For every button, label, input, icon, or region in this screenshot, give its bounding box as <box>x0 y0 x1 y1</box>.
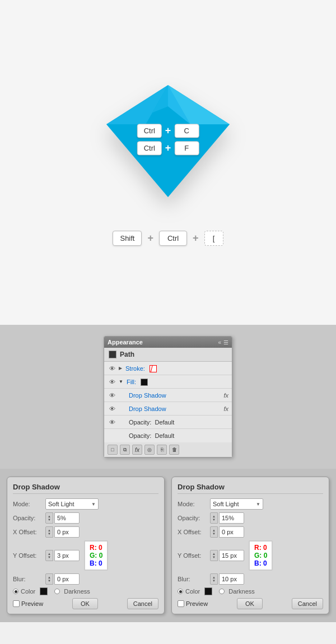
ds2-color-row: Color Darkness <box>178 587 323 595</box>
ds1-xoffset-value[interactable]: 0 px <box>54 526 80 538</box>
ds1-opacity-spinner[interactable]: ▲ ▼ <box>45 512 53 524</box>
ds2-rgb-g: G: 0 <box>254 552 267 559</box>
ds2-buttons-row: Preview OK Cancel <box>178 598 323 609</box>
ds1-darkness-label: Darkness <box>64 588 90 595</box>
stroke-label[interactable]: Stroke: <box>125 365 145 372</box>
ds1-rgb-box: R: 0 G: 0 B: 0 <box>84 540 108 571</box>
drop-shadow-row-2[interactable]: 👁 Drop Shadow fx <box>104 402 232 416</box>
ds2-yoffset-spinner[interactable]: ▲ ▼ <box>210 550 218 561</box>
ds1-rgb-r: R: 0 <box>90 544 102 552</box>
ds2-yoffset-label: Y Offset: <box>178 552 210 559</box>
ds1-xoffset-spinner[interactable]: ▲ ▼ <box>45 526 53 538</box>
ds1-opacity-input[interactable]: ▲ ▼ 5% <box>45 512 80 524</box>
eye-icon-op1[interactable]: 👁 <box>108 419 116 426</box>
ds2-rgb-r: R: 0 <box>254 544 267 552</box>
ds2-title: Drop Shadow <box>178 483 323 494</box>
drop-shadow-label-2[interactable]: Drop Shadow <box>129 405 166 412</box>
collapse-icon[interactable]: « <box>218 339 221 346</box>
eye-icon-fill[interactable]: 👁 <box>108 379 116 385</box>
ctrl-key-3: Ctrl <box>159 231 187 246</box>
fill-row[interactable]: 👁 ▼ Fill: <box>104 375 232 389</box>
menu-icon[interactable]: ☰ <box>223 339 228 346</box>
eye-icon-ds2[interactable]: 👁 <box>108 405 116 412</box>
ds1-yoffset-value[interactable]: 3 px <box>54 550 80 561</box>
ds1-color-label: Color <box>21 588 35 595</box>
ds1-blur-input[interactable]: ▲ ▼ 0 px <box>45 573 80 585</box>
ds2-opacity-value[interactable]: 15% <box>219 512 244 524</box>
panel-title: Appearance <box>108 339 143 346</box>
ds2-rgb-box: R: 0 G: 0 B: 0 <box>249 540 273 571</box>
ds2-blur-spinner[interactable]: ▲ ▼ <box>210 573 218 585</box>
ds2-preview-wrapper: Preview <box>178 600 208 607</box>
stroke-swatch <box>150 364 157 372</box>
ds1-blur-value[interactable]: 0 px <box>54 573 80 585</box>
ds2-mode-select[interactable]: Soft Light ▼ <box>210 498 263 510</box>
target-btn[interactable]: ◎ <box>144 445 155 455</box>
ds2-opacity-input[interactable]: ▲ ▼ 15% <box>210 512 244 524</box>
drop-shadow-label-1[interactable]: Drop Shadow <box>129 392 166 399</box>
bottom-section: Drop Shadow Mode: Soft Light ▼ Opacity: … <box>0 469 336 622</box>
fx-label-1: fx <box>223 392 228 399</box>
ds1-yoffset-input[interactable]: ▲ ▼ 3 px <box>45 550 80 561</box>
ds1-mode-label: Mode: <box>13 501 45 507</box>
diamond-keys: Ctrl + C Ctrl + F <box>137 124 199 155</box>
ds2-xoffset-value[interactable]: 0 px <box>219 526 244 538</box>
fx-btn[interactable]: fx <box>132 445 142 455</box>
panel-titlebar: Appearance « ☰ <box>104 337 232 348</box>
ds2-xoffset-spinner[interactable]: ▲ ▼ <box>210 526 218 538</box>
ds1-xoffset-input[interactable]: ▲ ▼ 0 px <box>45 526 80 538</box>
plus-gray-1: + <box>147 232 153 244</box>
ds2-color-radio[interactable] <box>178 589 183 594</box>
stroke-row[interactable]: 👁 ▶ Stroke: <box>104 362 232 375</box>
ds2-cancel-button[interactable]: Cancel <box>292 598 323 609</box>
ds1-mode-select[interactable]: Soft Light ▼ <box>45 498 99 510</box>
ds1-ok-button[interactable]: OK <box>72 598 98 609</box>
arrow-stroke: ▶ <box>119 366 122 371</box>
ds2-opacity-spinner[interactable]: ▲ ▼ <box>210 512 218 524</box>
diamond-container: Ctrl + C Ctrl + F <box>101 80 235 203</box>
delete-btn[interactable]: 🗑 <box>169 445 179 455</box>
ds2-blur-value[interactable]: 10 px <box>219 573 244 585</box>
ds2-darkness-radio[interactable] <box>219 589 225 594</box>
ds1-opacity-row: Opacity: ▲ ▼ 5% <box>13 512 158 524</box>
ds1-opacity-label: Opacity: <box>13 515 45 521</box>
ds1-preview-checkbox[interactable] <box>13 600 20 607</box>
ds1-mode-value: Soft Light <box>48 501 74 507</box>
ds2-preview-checkbox[interactable] <box>178 600 184 607</box>
fill-color-swatch[interactable] <box>141 379 148 386</box>
eye-icon-stroke[interactable]: 👁 <box>108 365 116 372</box>
ds1-xoffset-row: X Offset: ▲ ▼ 0 px <box>13 526 158 538</box>
ds1-color-swatch[interactable] <box>40 587 48 595</box>
ds2-yoffset-row: Y Offset: ▲ ▼ 15 px R: 0 G: 0 B: 0 <box>178 540 323 571</box>
ds1-color-radio[interactable] <box>13 589 18 594</box>
drop-shadow-row-1[interactable]: 👁 Drop Shadow fx <box>104 389 232 402</box>
eye-icon-ds1[interactable]: 👁 <box>108 392 116 399</box>
ds2-xoffset-input[interactable]: ▲ ▼ 0 px <box>210 526 244 538</box>
ds2-darkness-label: Darkness <box>228 588 254 595</box>
copy-btn[interactable]: ⎘ <box>157 445 167 455</box>
ds2-color-swatch[interactable] <box>204 587 212 595</box>
ds1-rgb-g: G: 0 <box>90 552 102 559</box>
bracket-key: [ <box>204 231 223 246</box>
fill-swatch <box>141 377 148 385</box>
duplicate-btn[interactable]: ⧉ <box>120 445 130 455</box>
path-label: Path <box>120 351 134 358</box>
diamond-shape: Ctrl + C Ctrl + F <box>101 80 235 203</box>
ds2-yoffset-input[interactable]: ▲ ▼ 15 px <box>210 550 244 561</box>
ds2-blur-input[interactable]: ▲ ▼ 10 px <box>210 573 244 585</box>
ds1-cancel-button[interactable]: Cancel <box>127 598 158 609</box>
ds1-darkness-radio[interactable] <box>54 589 60 594</box>
ds2-ok-button[interactable]: OK <box>237 598 263 609</box>
ds1-opacity-value[interactable]: 5% <box>54 512 80 524</box>
ds2-xoffset-label: X Offset: <box>178 529 210 535</box>
fx-label-2: fx <box>223 405 228 412</box>
ds1-preview-label: Preview <box>21 600 43 607</box>
stroke-color-icon[interactable] <box>150 365 157 372</box>
key-row-1: Ctrl + C <box>137 124 199 138</box>
ds2-yoffset-value[interactable]: 15 px <box>219 550 244 561</box>
ds1-yoffset-spinner[interactable]: ▲ ▼ <box>45 550 53 561</box>
ds2-opacity-label: Opacity: <box>178 515 210 521</box>
fill-label[interactable]: Fill: <box>127 379 136 385</box>
new-layer-btn[interactable]: □ <box>108 445 118 455</box>
ds1-blur-spinner[interactable]: ▲ ▼ <box>45 573 53 585</box>
